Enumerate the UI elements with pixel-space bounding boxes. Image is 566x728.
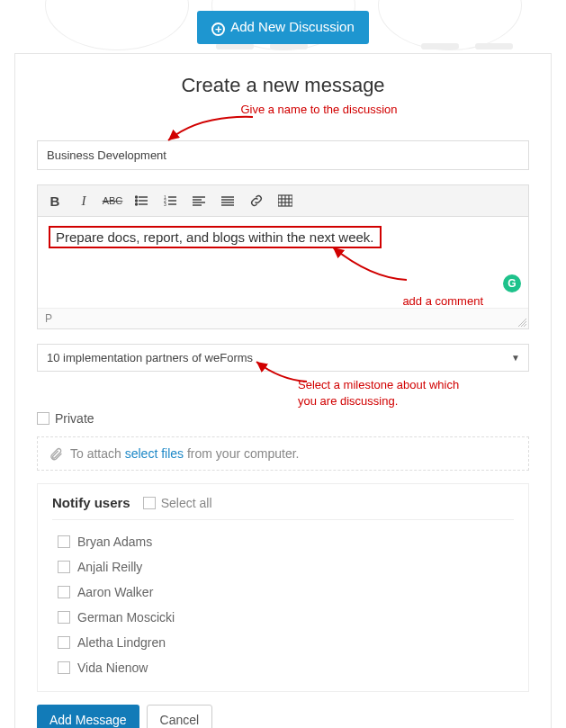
editor-content-area[interactable]: Prepare docs, report, and blogs within t… [38,217,528,296]
plus-circle-icon: + [211,22,225,36]
align-justify-button[interactable] [218,191,238,211]
user-checkbox[interactable] [58,611,70,624]
editor-path: P [45,312,52,325]
notify-users-title: Notify users [52,495,130,510]
editor-toolbar: B I ABC 123 [38,185,528,217]
user-name: Anjali Reilly [77,560,142,574]
editor-status-bar: P [38,308,528,328]
attachment-area: To attach select files from your compute… [37,436,529,471]
attach-text-prefix: To attach [70,446,121,461]
user-checkbox[interactable] [58,535,70,548]
user-name: German Moscicki [77,610,175,625]
grammarly-icon[interactable]: G [503,274,521,292]
milestone-select[interactable]: 10 implementation partners of weForms [37,344,529,372]
select-files-link[interactable]: select files [125,446,184,461]
select-all-label: Select all [161,496,212,510]
discussion-title-input[interactable] [37,140,529,170]
list-item: Aletha Lindgren [58,630,508,655]
select-all-checkbox[interactable] [143,497,156,509]
numbered-list-button[interactable]: 123 [160,191,180,211]
paperclip-icon [49,446,63,461]
list-item: German Moscicki [58,605,508,630]
attach-text-suffix: from your computer. [187,446,300,461]
link-button[interactable] [247,191,266,211]
annotation-title-hint: Give a name to the discussion [37,103,529,121]
user-checkbox[interactable] [58,586,70,598]
user-checkbox[interactable] [58,661,70,674]
italic-button[interactable]: I [74,191,94,211]
private-label: Private [55,411,94,426]
create-message-panel: Create a new message Give a name to the … [14,53,552,728]
user-name: Aaron Walker [77,585,153,599]
resize-handle-icon[interactable] [517,318,526,327]
bullet-list-button[interactable] [131,191,151,211]
add-message-button[interactable]: Add Message [37,705,139,728]
align-left-button[interactable] [189,191,209,211]
more-tools-button[interactable] [275,191,295,211]
annotation-comment-hint: add a comment [38,294,528,308]
list-item: Anjali Reilly [58,554,508,580]
add-new-discussion-button[interactable]: +Add New Discussion [197,11,369,44]
svg-point-4 [136,200,138,202]
svg-text:3: 3 [164,202,166,207]
rich-text-editor: B I ABC 123 Prepare docs, report, a [37,184,529,329]
svg-point-3 [136,196,138,198]
notify-users-panel: Notify users Select all Bryan Adams Anja… [37,483,529,692]
user-name: Aletha Lindgren [77,635,166,650]
user-checkbox[interactable] [58,636,70,649]
annotation-milestone-hint: Select a milestone about which you are d… [298,377,529,409]
list-item: Bryan Adams [58,529,508,554]
panel-heading: Create a new message [37,74,529,97]
arrow-icon [326,244,434,283]
bold-button[interactable]: B [45,191,65,211]
svg-point-5 [136,203,138,205]
strikethrough-button[interactable]: ABC [103,191,122,211]
cancel-button[interactable]: Cancel [147,705,213,728]
user-name: Vida Nienow [77,661,148,675]
user-name: Bryan Adams [77,535,152,549]
private-checkbox[interactable] [37,412,49,425]
user-checkbox[interactable] [58,561,70,573]
editor-text: Prepare docs, report, and blogs within t… [49,226,382,248]
user-list: Bryan Adams Anjali Reilly Aaron Walker G… [52,520,514,686]
list-item: Vida Nienow [58,655,508,680]
list-item: Aaron Walker [58,580,508,605]
add-new-discussion-label: Add New Discussion [230,19,355,34]
